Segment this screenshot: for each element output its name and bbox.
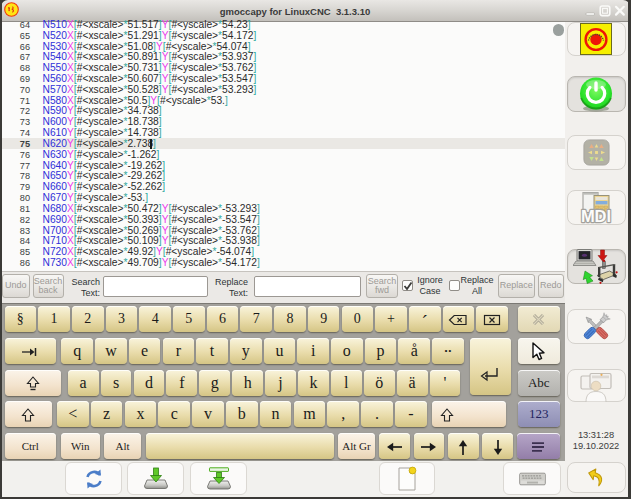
svg-text:MDI: MDI: [581, 207, 611, 225]
